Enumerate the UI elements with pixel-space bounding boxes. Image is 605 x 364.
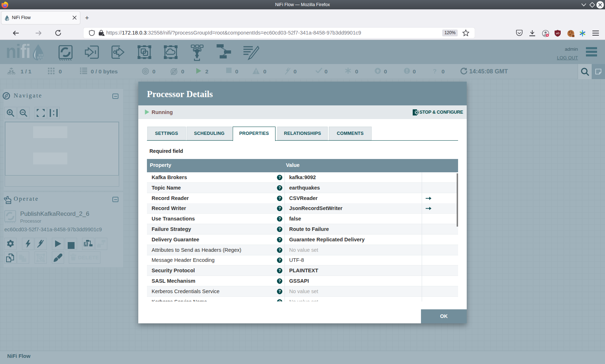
- svg-text:uO: uO: [556, 32, 560, 35]
